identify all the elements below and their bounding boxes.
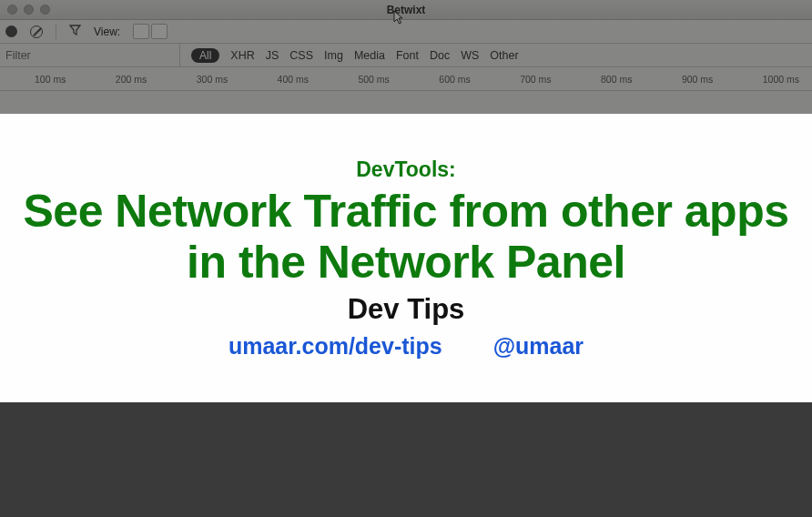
filter-type-ws[interactable]: WS [461,49,479,62]
filter-bar: All XHR JS CSS Img Media Font Doc WS Oth… [0,44,812,67]
timeline-ruler: 100 ms 200 ms 300 ms 400 ms 500 ms 600 m… [0,67,812,91]
filter-type-all[interactable]: All [191,48,219,63]
traffic-lights [7,5,50,15]
view-mode-group [133,24,167,39]
filter-toggle-icon[interactable] [69,25,81,38]
time-mark: 700 ms [520,74,601,85]
link-site[interactable]: umaar.com/dev-tips [228,333,442,360]
link-handle[interactable]: @umaar [493,333,584,360]
filter-type-media[interactable]: Media [354,49,385,62]
window-title: Betwixt [0,4,812,16]
time-mark: 300 ms [197,74,278,85]
filter-type-font[interactable]: Font [396,49,419,62]
time-mark: 1000 ms [763,74,799,85]
view-small-button[interactable] [151,24,167,39]
title-kicker: DevTools: [356,157,455,182]
filter-type-doc[interactable]: Doc [430,49,450,62]
time-mark: 100 ms [35,74,116,85]
time-mark: 400 ms [278,74,359,85]
title-subtitle: Dev Tips [348,293,465,326]
time-mark: 900 ms [682,74,763,85]
filter-type-other[interactable]: Other [490,49,518,62]
title-card: DevTools: See Network Traffic from other… [0,114,812,402]
view-label: View: [94,25,120,38]
toolbar-separator [56,25,56,39]
record-button[interactable] [5,25,17,37]
clear-icon[interactable] [30,25,43,38]
close-window-button[interactable] [7,5,17,15]
title-links: umaar.com/dev-tips @umaar [228,333,584,360]
time-mark: 500 ms [358,74,439,85]
window-titlebar: Betwixt [0,0,812,20]
filter-type-xhr[interactable]: XHR [230,49,254,62]
time-mark: 200 ms [116,74,197,85]
time-mark: 600 ms [439,74,520,85]
time-mark: 800 ms [601,74,682,85]
filter-type-css[interactable]: CSS [289,49,313,62]
network-toolbar: View: [0,20,812,44]
view-large-button[interactable] [133,24,149,39]
zoom-window-button[interactable] [40,5,50,15]
minimize-window-button[interactable] [24,5,34,15]
filter-type-js[interactable]: JS [266,49,279,62]
devtools-window: Betwixt View: All XHR JS CSS Img Media F… [0,0,812,114]
title-main: See Network Traffic from other apps in t… [18,186,794,288]
filter-type-img[interactable]: Img [324,49,343,62]
filter-input[interactable] [0,44,180,66]
